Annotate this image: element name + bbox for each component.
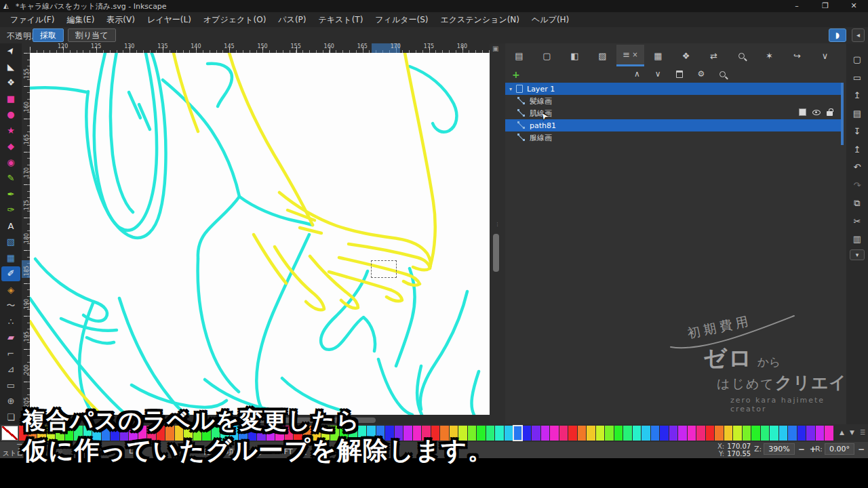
dropper-pick-button[interactable]: 採取 <box>33 28 64 42</box>
bucket-fill-tool[interactable]: ◈ <box>1 283 20 298</box>
copy-icon[interactable]: ⧉ <box>846 195 868 211</box>
export-icon[interactable]: ↥ <box>846 142 868 158</box>
bezier-pen-tool[interactable]: ✒ <box>1 187 20 202</box>
palette-swatch[interactable] <box>751 426 760 441</box>
node-tool[interactable]: ◣ <box>1 60 20 75</box>
raise-layer-button[interactable]: ∧ <box>634 69 640 79</box>
box-3d-tool[interactable]: ◆ <box>1 139 20 154</box>
palette-swatch[interactable] <box>660 426 669 441</box>
tab-symbols[interactable]: ✶ <box>755 45 783 66</box>
redo-icon[interactable]: ↷ <box>846 178 868 194</box>
tab-import[interactable]: ↪ <box>783 45 811 66</box>
blend-mode-icon[interactable] <box>799 108 806 116</box>
palette-swatch[interactable] <box>678 426 687 441</box>
layer-row-肌線画[interactable]: 肌線画 <box>505 107 842 119</box>
tab-fill-stroke[interactable]: ◧ <box>561 45 589 66</box>
tab-overflow[interactable]: ∨ <box>811 45 839 66</box>
maximize-button[interactable]: ❐ <box>811 0 840 12</box>
palette-swatch[interactable] <box>733 426 742 441</box>
layers-settings-button[interactable]: ⚙ <box>698 69 705 79</box>
new-document-icon[interactable]: ▢ <box>846 52 868 68</box>
layer-expander[interactable]: ▾ <box>509 86 516 92</box>
palette-scroll-down[interactable]: ▼ <box>850 429 854 436</box>
lower-layer-button[interactable]: ∨ <box>655 69 661 79</box>
menu-item-オブジェクト[interactable]: オブジェクト(O) <box>197 13 273 27</box>
calligraphy-tool[interactable]: ✑ <box>1 203 20 218</box>
scroll-grip-icon[interactable]: ⋮ <box>495 224 500 226</box>
menu-item-表示[interactable]: 表示(V) <box>100 13 141 27</box>
palette-swatch[interactable] <box>779 426 788 441</box>
palette-swatch[interactable] <box>806 426 815 441</box>
tab-export[interactable]: ▨ <box>589 45 616 66</box>
palette-swatch[interactable] <box>614 426 623 441</box>
ellipse-tool[interactable]: ● <box>1 107 20 122</box>
open-document-icon[interactable]: ▭ <box>846 70 868 86</box>
palette-swatch[interactable] <box>788 426 797 441</box>
palette-swatch[interactable] <box>706 426 715 441</box>
eraser-tool[interactable]: ▰ <box>1 330 20 345</box>
palette-swatch[interactable] <box>596 426 605 441</box>
spray-tool[interactable]: ∴ <box>1 314 20 329</box>
rotation-minus-button[interactable]: − <box>856 445 866 454</box>
undo-icon[interactable]: ↶ <box>846 159 868 176</box>
dropper-tool[interactable]: ✐ <box>1 266 20 281</box>
menu-item-ヘルプ[interactable]: ヘルプ(H) <box>526 13 575 27</box>
no-color-swatch[interactable] <box>1 426 18 441</box>
horizontal-ruler[interactable]: 1201251301351401451501551601651701751801… <box>30 43 490 53</box>
palette-swatch[interactable] <box>669 426 678 441</box>
menu-item-レイヤー[interactable]: レイヤー(L) <box>141 13 197 27</box>
palette-swatch[interactable] <box>568 426 577 441</box>
palette-swatch[interactable] <box>761 426 770 441</box>
connector-tool[interactable]: ⌐ <box>1 346 20 361</box>
vertical-scrollbar[interactable]: ▣ ⋮ <box>490 43 505 426</box>
spiral-tool[interactable]: ◉ <box>1 155 20 170</box>
tab-swatches[interactable]: ▦ <box>644 45 672 66</box>
palette-swatch[interactable] <box>743 426 751 441</box>
palette-swatch[interactable] <box>513 426 522 441</box>
layer-row-服線画[interactable]: 服線画 <box>505 131 842 144</box>
layer-row-髪線画[interactable]: 髪線画 <box>505 95 842 107</box>
palette-swatch[interactable] <box>770 426 778 441</box>
unlock-icon[interactable] <box>827 111 833 116</box>
menu-item-エクステンション[interactable]: エクステンション(N) <box>434 13 526 27</box>
tweak-tool[interactable]: 〜 <box>1 298 20 313</box>
rectangle-tool[interactable]: ■ <box>1 92 20 106</box>
vertical-ruler[interactable]: 155160165170175180185190195200205 <box>22 53 30 426</box>
snap-collapse-button[interactable]: ◂ <box>852 28 865 42</box>
palette-swatch[interactable] <box>523 426 532 441</box>
mesh-gradient-tool[interactable]: ▦ <box>1 251 20 266</box>
layer-row-Layer 1[interactable]: ▾Layer 1 <box>505 83 842 95</box>
close-dialog-icon[interactable]: × <box>632 51 637 58</box>
menu-item-編集[interactable]: 編集(E) <box>60 13 100 27</box>
layer-row-path81[interactable]: path81 <box>505 119 842 131</box>
pages-tool[interactable]: ❏ <box>1 410 20 425</box>
tab-document-properties[interactable]: ▢ <box>533 45 561 66</box>
add-layer-button[interactable]: + <box>512 69 520 80</box>
palette-swatch[interactable] <box>505 426 513 441</box>
palette-swatch[interactable] <box>715 426 724 441</box>
star-tool[interactable]: ★ <box>1 123 20 138</box>
layers-search-button[interactable] <box>719 71 726 77</box>
selector-tool[interactable]: ➤ <box>1 43 20 58</box>
gradient-tool[interactable]: ▧ <box>1 235 20 249</box>
tab-find[interactable] <box>728 45 755 66</box>
tab-transform[interactable]: ⇄ <box>700 45 728 66</box>
layers-list-scrollbar[interactable] <box>841 83 844 145</box>
menu-item-テキスト[interactable]: テキスト(T) <box>313 13 370 27</box>
palette-swatch[interactable] <box>724 426 733 441</box>
palette-swatch[interactable] <box>532 426 540 441</box>
tab-layers[interactable]: ≡× <box>616 45 644 66</box>
palette-menu-icon[interactable]: ☰ <box>860 429 865 436</box>
print-icon[interactable]: ▤ <box>846 106 868 122</box>
rotation-value[interactable]: 0.00° <box>825 443 854 455</box>
menu-item-パス[interactable]: パス(P) <box>272 13 312 27</box>
measure-tool[interactable]: ⊿ <box>1 362 20 377</box>
vscroll-thumb[interactable] <box>493 234 499 272</box>
menu-item-フィルター[interactable]: フィルター(S) <box>369 13 434 27</box>
palette-swatch[interactable] <box>651 426 660 441</box>
canvas[interactable] <box>30 53 490 415</box>
zoom-minus-button[interactable]: − <box>797 445 806 454</box>
delete-layer-button[interactable] <box>676 70 683 78</box>
dropper-assign-button[interactable]: 割り当て <box>68 28 116 42</box>
palette-swatch[interactable] <box>816 426 825 441</box>
